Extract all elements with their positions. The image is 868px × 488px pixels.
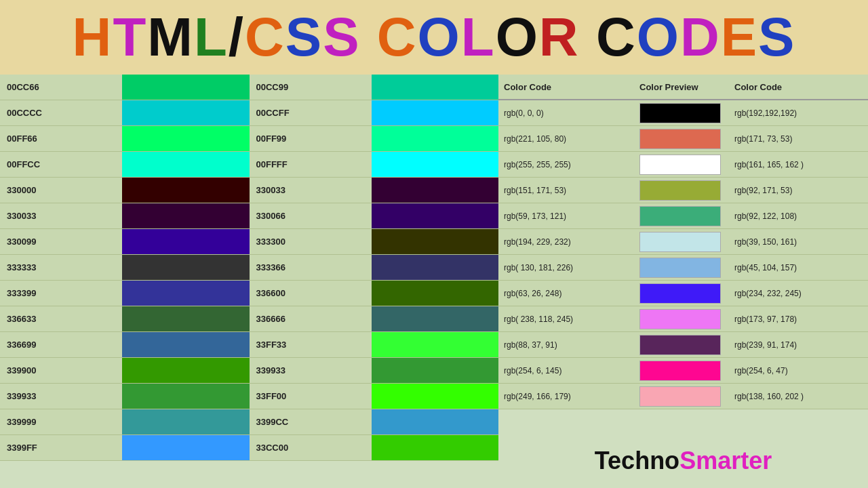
rgb-preview [634, 255, 729, 280]
rgb-swatch [639, 258, 721, 278]
title-letter: S [285, 7, 323, 67]
rgb-preview [634, 152, 729, 177]
left-color-table: 00CC66 00CC99 00CCCC 00CCFF 00FF66 00FF9… [0, 75, 498, 488]
left-code2: 336666 [250, 306, 372, 331]
left-code1: 330033 [0, 203, 122, 228]
rgb-swatch [639, 309, 721, 329]
title-letter: C [245, 7, 285, 67]
left-code1: 333333 [0, 255, 122, 280]
left-code1: 336699 [0, 332, 122, 357]
left-swatch2 [372, 152, 499, 177]
rgb-swatch [639, 335, 721, 355]
left-swatch2 [372, 306, 499, 331]
left-code1: 339933 [0, 384, 122, 409]
rgb-preview [634, 100, 729, 125]
rgb-code2: rgb(192,192,192) [729, 100, 868, 125]
title-letter: S [758, 7, 795, 67]
left-code2: 333366 [250, 255, 372, 280]
left-code2: 339933 [250, 358, 372, 383]
rgb-code1: rgb(249, 166, 179) [498, 384, 634, 409]
left-code1: 00CC66 [0, 75, 122, 100]
left-color-row: 3399FF 33CC00 [0, 435, 498, 461]
rgb-preview [634, 358, 729, 383]
col-header-code1: Color Code [498, 75, 634, 99]
left-swatch2 [372, 75, 499, 100]
left-color-row: 339999 3399CC [0, 409, 498, 435]
rgb-code1: rgb(0, 0, 0) [498, 100, 634, 125]
left-swatch2 [372, 435, 499, 460]
rgb-table-header: Color Code Color Preview Color Code [498, 75, 868, 100]
rgb-code1: rgb(88, 37, 91) [498, 332, 634, 357]
brand-techno: Techno [595, 447, 679, 475]
left-swatch1 [122, 178, 250, 203]
rgb-preview [634, 384, 729, 409]
left-swatch2 [372, 281, 499, 306]
left-code2: 33CC00 [250, 435, 372, 460]
rgb-code2: rgb(239, 91, 174) [729, 332, 868, 357]
left-code1: 330000 [0, 178, 122, 203]
rgb-code1: rgb( 130, 181, 226) [498, 255, 634, 280]
title-letter: H [73, 7, 113, 67]
left-swatch2 [372, 332, 499, 357]
left-swatch1 [122, 152, 250, 177]
title-letter: D [680, 7, 721, 67]
rgb-code1: rgb(221, 105, 80) [498, 126, 634, 151]
rgb-table-row: rgb(59, 173, 121) rgb(92, 122, 108) [498, 203, 868, 229]
left-code1: 333399 [0, 281, 122, 306]
rgb-swatch [639, 206, 721, 226]
title-letter: L [194, 7, 229, 67]
rgb-code1: rgb(194, 229, 232) [498, 229, 634, 254]
rgb-code1: rgb( 238, 118, 245) [498, 306, 634, 331]
rgb-preview [634, 306, 729, 331]
left-code2: 330033 [250, 178, 372, 203]
col-header-preview: Color Preview [634, 75, 729, 99]
title-letter [580, 7, 596, 67]
left-swatch2 [372, 229, 499, 254]
left-color-row: 00FFCC 00FFFF [0, 152, 498, 178]
title-letter: R [539, 7, 580, 67]
title-letter: C [596, 7, 637, 67]
rgb-preview [634, 281, 729, 306]
title-letter: O [637, 7, 680, 67]
left-swatch1 [122, 229, 250, 254]
rgb-code2: rgb(171, 73, 53) [729, 126, 868, 151]
title-letter: L [461, 7, 496, 67]
title-letter: O [496, 7, 539, 67]
rgb-code1: rgb(151, 171, 53) [498, 178, 634, 203]
rgb-code2: rgb(39, 150, 161) [729, 229, 868, 254]
left-code2: 336600 [250, 281, 372, 306]
rgb-code1: rgb(63, 26, 248) [498, 281, 634, 306]
page-title: HTML/CSS COLOR CODES [73, 10, 796, 64]
left-code2: 3399CC [250, 409, 372, 434]
left-swatch1 [122, 306, 250, 331]
left-color-row: 00CCCC 00CCFF [0, 100, 498, 126]
rgb-preview [634, 126, 729, 151]
rgb-code2: rgb(92, 171, 53) [729, 178, 868, 203]
rgb-preview [634, 229, 729, 254]
rgb-table-row: rgb(194, 229, 232) rgb(39, 150, 161) [498, 229, 868, 255]
left-code2: 333300 [250, 229, 372, 254]
left-swatch1 [122, 126, 250, 151]
rgb-table-row: rgb(0, 0, 0) rgb(192,192,192) [498, 100, 868, 126]
rgb-swatch [639, 103, 721, 123]
left-swatch1 [122, 332, 250, 357]
rgb-table-row: rgb(63, 26, 248) rgb(234, 232, 245) [498, 281, 868, 306]
title-letter: E [721, 7, 758, 67]
title-letter: T [113, 7, 147, 67]
left-swatch1 [122, 75, 250, 100]
left-code1: 00CCCC [0, 100, 122, 125]
rgb-table-row: rgb( 130, 181, 226) rgb(45, 104, 157) [498, 255, 868, 281]
rgb-swatch [639, 129, 721, 149]
rgb-swatch [639, 361, 721, 381]
left-code1: 00FFCC [0, 152, 122, 177]
rgb-code1: rgb(255, 255, 255) [498, 152, 634, 177]
rgb-code1: rgb(254, 6, 145) [498, 358, 634, 383]
rgb-swatch [639, 232, 721, 252]
rgb-preview [634, 332, 729, 357]
left-swatch1 [122, 281, 250, 306]
left-color-row: 330099 333300 [0, 229, 498, 255]
rgb-preview [634, 178, 729, 203]
left-swatch2 [372, 203, 499, 228]
left-code1: 339900 [0, 358, 122, 383]
title-letter: O [418, 7, 461, 67]
